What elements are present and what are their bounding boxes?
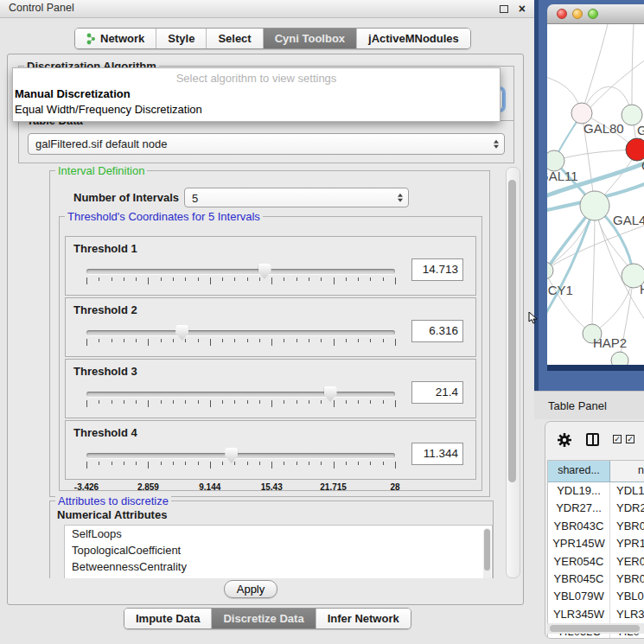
float-panel-icon[interactable] [500,5,508,13]
column-header-name[interactable]: n [610,461,644,481]
table-hscrollbar[interactable] [547,623,644,634]
table-row[interactable]: YLR345WYLR3 [548,606,644,623]
threshold-value-field[interactable]: 14.713 [411,258,463,281]
node-label: GA [637,123,644,137]
network-node-gcy1[interactable] [547,262,553,279]
tab-label: Select [218,32,251,45]
table-row[interactable]: YDR27...YDR2 [548,500,644,517]
apply-button[interactable]: Apply [224,580,277,598]
network-window: GAL80GACGAL11GAL4GCY1HHAP2 [547,4,644,371]
tab-impute-data[interactable]: Impute Data [124,609,211,628]
tick-mark [334,400,335,407]
tick-mark [395,277,396,284]
column-header-shared-name[interactable]: shared... [548,461,610,481]
tick-mark [222,277,223,281]
popup-option-manual[interactable]: Manual Discretization [13,86,500,102]
tick-mark [124,277,124,281]
network-graph: GAL80GACGAL11GAL4GCY1HHAP2 [547,24,644,365]
threshold-row: Threshold 3-3.4262.8599.14415.4321.71528… [65,359,476,418]
settings-scrollbar[interactable] [506,167,520,578]
attribute-list-item[interactable]: BetweennessCentrality [65,558,492,575]
tab-network[interactable]: Network [75,29,156,48]
threshold-slider[interactable]: -3.4262.8599.14415.4321.71528 [86,265,395,295]
split-columns-icon[interactable] [586,433,599,446]
tab-label: Network [100,32,144,45]
popup-option-equal-width[interactable]: Equal Width/Frequency Discretization [13,102,500,118]
tick-mark [383,400,384,404]
slider-track [86,269,395,274]
algorithm-dropdown-popup: Select algorithm to view settings Manual… [12,67,501,122]
table-row[interactable]: YBL079WYBL0 [548,588,644,605]
numerical-attributes-label: Numerical Attributes [57,508,167,521]
minimize-traffic-light-icon[interactable] [572,9,583,19]
tab-label: jActiveMNodules [368,32,459,45]
threshold-label: Threshold 2 [73,303,137,316]
desktop-background: GAL80GACGAL11GAL4GCY1HHAP2 [534,0,644,391]
attributes-list[interactable]: SelfLoopsTopologicalCoefficientBetweenne… [64,525,493,578]
tick-mark [383,277,384,281]
tab-infer-network[interactable]: Infer Network [316,609,411,628]
attributes-group: Attributes to discretize Numerical Attri… [49,501,494,578]
zoom-traffic-light-icon[interactable] [588,9,598,19]
network-node-gal4[interactable] [580,191,609,220]
table-header-row: shared...n [548,461,644,482]
threshold-value-field[interactable]: 11.344 [411,443,463,465]
table-row[interactable]: YPR145WYPR1 [548,535,644,552]
cell-shared-name: YLR345W [548,606,610,623]
tick-mark [112,400,112,404]
tick-mark [247,339,248,342]
close-panel-icon[interactable]: × [519,0,526,17]
threshold-label: Threshold 1 [73,242,137,255]
tick-mark [136,277,137,281]
table-row[interactable]: YBR043CYBR0 [548,518,644,535]
tick-label: 21.715 [320,482,347,492]
tick-mark [86,400,87,407]
gear-icon[interactable] [557,432,572,448]
table-row[interactable]: YDL19...YDL1 [548,482,644,500]
network-window-bottom-edge [547,365,644,371]
attribute-list-item[interactable]: TopologicalCoefficient [65,542,492,558]
node-label: GCY1 [547,283,573,297]
checkbox-icon[interactable]: ✓ [626,435,634,443]
table-row[interactable]: YBR045CYBR0 [548,571,644,588]
checkbox-icon[interactable]: ✓ [613,435,622,443]
threshold-value-field[interactable]: 21.4 [411,381,463,404]
attributes-scrollbar[interactable] [483,528,491,578]
attribute-list-item[interactable]: SelfLoops [65,526,492,542]
num-intervals-combobox[interactable]: 5 [184,188,409,207]
tick-mark [296,462,297,465]
tab-jactivemnodules[interactable]: jActiveMNodules [356,29,470,48]
network-node[interactable] [611,352,628,365]
network-view[interactable]: GAL80GACGAL11GAL4GCY1HHAP2 [547,24,644,365]
threshold-slider[interactable]: -3.4262.8599.14415.4321.71528 [86,388,395,418]
threshold-row: Threshold 1-3.4262.8599.14415.4321.71528… [65,236,476,296]
tab-cyni-toolbox[interactable]: Cyni Toolbox [263,29,356,48]
table-data-value: galFiltered.sif default node [35,137,167,150]
threshold-slider[interactable]: -3.4262.8599.14415.4321.71528 [86,450,395,479]
threshold-row: Threshold 2-3.4262.8599.14415.4321.71528… [65,297,476,357]
table-data-group: Table Data galFiltered.sif default node [18,120,514,163]
threshold-slider[interactable]: -3.4262.8599.14415.4321.71528 [86,327,395,356]
tick-mark [86,277,87,284]
tick-mark [271,400,272,407]
table-panel-bar: Table Panel [534,391,644,419]
slider-track [86,330,395,335]
tick-label: -3.426 [74,482,99,492]
tab-select[interactable]: Select [206,29,262,48]
tick-mark [112,277,112,281]
close-traffic-light-icon[interactable] [557,9,567,19]
node-label: GAL11 [547,169,578,183]
settings-panel: Discretization Algorithm Table Data galF… [7,54,524,605]
threshold-value-field[interactable]: 6.316 [411,320,463,342]
table-data-combobox[interactable]: galFiltered.sif default node [28,133,505,155]
tab-discretize-data[interactable]: Discretize Data [211,609,315,628]
tick-mark [99,277,99,281]
threshold-row: Threshold 4-3.4262.8599.14415.4321.71528… [65,420,476,480]
tick-mark [185,277,186,281]
slider-track [86,392,395,397]
tick-mark [124,400,124,404]
tab-style[interactable]: Style [156,29,206,48]
network-icon [86,33,96,45]
tick-mark [234,277,235,281]
table-row[interactable]: YER054CYER0 [548,553,644,571]
